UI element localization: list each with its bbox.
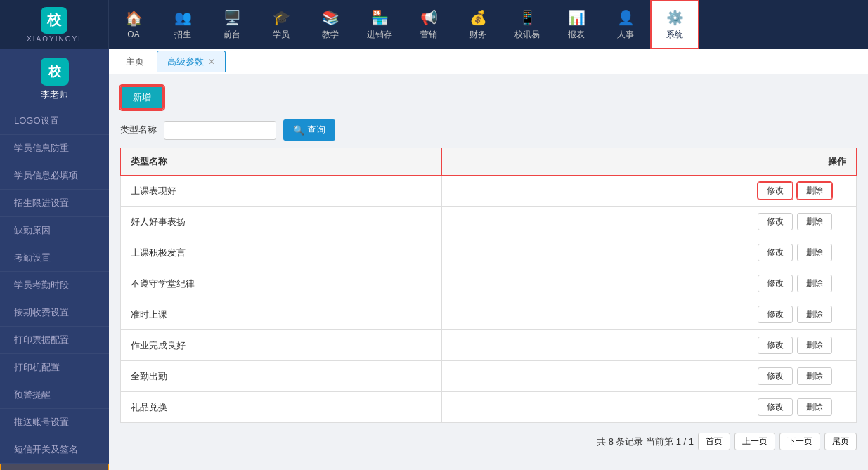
oa-label: OA	[127, 30, 139, 39]
delete-button-0[interactable]: 删除	[797, 182, 832, 200]
table-header-1: 操作	[441, 148, 856, 176]
system-label: 系统	[666, 29, 683, 41]
avatar: 校	[41, 58, 69, 86]
nav-item-finance[interactable]: 💰财务	[453, 0, 503, 49]
edit-button-0[interactable]: 修改	[758, 182, 793, 200]
search-icon: 🔍	[293, 125, 304, 136]
sidebar-item-attendance-set[interactable]: 考勤设置	[0, 244, 109, 272]
nav-item-report[interactable]: 📊报表	[552, 0, 601, 49]
search-button[interactable]: 🔍 查询	[283, 119, 335, 141]
data-table: 类型名称操作上课表现好修改删除好人好事表扬修改删除上课积极发言修改删除不遵守学堂…	[120, 148, 857, 423]
sidebar-menu: LOGO设置学员信息防重学员信息必填项招生限进设置缺勤原因考勤设置学员考勤时段按…	[0, 107, 109, 470]
sidebar-item-print-config[interactable]: 打印票据配置	[0, 327, 109, 354]
search-row: 类型名称 🔍 查询	[120, 119, 857, 141]
cell-actions-6: 修改删除	[441, 361, 856, 392]
nav-item-student[interactable]: 🎓学员	[257, 0, 306, 49]
table-row: 礼品兑换修改删除	[121, 392, 857, 423]
edit-button-5[interactable]: 修改	[758, 337, 793, 354]
tab-home[interactable]: 主页	[116, 51, 154, 72]
cell-type-name-2: 上课积极发言	[121, 237, 442, 268]
cell-type-name-7: 礼品兑换	[121, 392, 442, 423]
edit-button-3[interactable]: 修改	[758, 275, 793, 292]
delete-button-3[interactable]: 删除	[797, 275, 832, 292]
cell-actions-1: 修改删除	[441, 207, 856, 237]
sidebar-item-period-fee[interactable]: 按期收费设置	[0, 299, 109, 327]
nav-item-system[interactable]: ⚙️系统	[650, 0, 699, 49]
sidebar-item-student-attend-time[interactable]: 学员考勤时段	[0, 272, 109, 299]
delete-button-5[interactable]: 删除	[797, 337, 832, 354]
xiaoyu-label: 校讯易	[514, 29, 540, 41]
sidebar-item-student-info-dup[interactable]: 学员信息防重	[0, 135, 109, 162]
search-type-label: 类型名称	[120, 124, 157, 136]
recruit-icon: 👥	[174, 9, 192, 26]
edit-button-4[interactable]: 修改	[758, 306, 793, 323]
sidebar-item-student-info-req[interactable]: 学员信息必填项	[0, 162, 109, 190]
nav-item-recruit[interactable]: 👥招生	[158, 0, 207, 49]
pagination: 共 8 条记录 当前第 1 / 1首页上一页下一页尾页	[120, 433, 857, 450]
oa-icon: 🏠	[125, 10, 143, 27]
delete-button-4[interactable]: 删除	[797, 306, 832, 323]
page-next-button[interactable]: 下一页	[779, 433, 820, 450]
finance-label: 财务	[469, 29, 486, 41]
nav-item-front[interactable]: 🖥️前台	[207, 0, 257, 49]
main-layout: 校 李老师 LOGO设置学员信息防重学员信息必填项招生限进设置缺勤原因考勤设置学…	[0, 49, 868, 470]
delete-button-6[interactable]: 删除	[797, 367, 832, 385]
xiaoyu-icon: 📱	[519, 9, 536, 26]
cell-actions-2: 修改删除	[441, 237, 856, 268]
table-row: 作业完成良好修改删除	[121, 330, 857, 361]
page-prev-button[interactable]: 上一页	[734, 433, 775, 450]
cell-type-name-5: 作业完成良好	[121, 330, 442, 361]
sidebar-item-enroll-limit[interactable]: 招生限进设置	[0, 190, 109, 217]
sidebar-username: 李老师	[41, 89, 68, 101]
toolbar: 新增	[120, 86, 857, 110]
sidebar-item-absence-reason[interactable]: 缺勤原因	[0, 217, 109, 244]
add-button[interactable]: 新增	[120, 86, 164, 110]
search-input[interactable]	[164, 121, 276, 140]
nav-item-oa[interactable]: 🏠OA	[109, 0, 158, 49]
edit-button-7[interactable]: 修改	[758, 398, 793, 416]
edit-button-2[interactable]: 修改	[758, 244, 793, 261]
delete-button-2[interactable]: 删除	[797, 244, 832, 261]
sales-label: 进销存	[367, 29, 392, 41]
student-icon: 🎓	[273, 9, 290, 26]
delete-button-1[interactable]: 删除	[797, 213, 832, 230]
front-icon: 🖥️	[224, 9, 241, 26]
edit-button-1[interactable]: 修改	[758, 213, 793, 230]
market-icon: 📢	[420, 9, 438, 26]
page-first-button[interactable]: 首页	[698, 433, 730, 450]
teach-icon: 📚	[322, 9, 339, 26]
page-content: 新增 类型名称 🔍 查询 类型名称操作上课表现好修改删除好人好事表扬修改删除上课…	[109, 74, 868, 470]
market-label: 营销	[420, 29, 437, 41]
nav-item-market[interactable]: 📢营销	[404, 0, 453, 49]
cell-type-name-0: 上课表现好	[121, 176, 442, 207]
cell-actions-4: 修改删除	[441, 299, 856, 330]
delete-button-7[interactable]: 删除	[797, 398, 832, 416]
nav-item-hr[interactable]: 👤人事	[601, 0, 650, 49]
page-last-button[interactable]: 尾页	[824, 433, 857, 450]
sidebar-item-score-path[interactable]: 积分途径	[0, 464, 109, 470]
top-navigation: 校 XIAOYINGYI 🏠OA👥招生🖥️前台🎓学员📚教学🏪进销存📢营销💰财务📱…	[0, 0, 868, 49]
pagination-summary: 共 8 条记录 当前第 1 / 1	[597, 436, 694, 448]
nav-item-sales[interactable]: 🏪进销存	[355, 0, 404, 49]
tab-close-advanced-params[interactable]: ✕	[208, 57, 215, 67]
report-icon: 📊	[568, 9, 585, 26]
logo-area: 校 XIAOYINGYI	[0, 0, 109, 49]
cell-type-name-4: 准时上课	[121, 299, 442, 330]
nav-item-teach[interactable]: 📚教学	[306, 0, 355, 49]
sidebar-item-printer-config[interactable]: 打印机配置	[0, 354, 109, 381]
logo-text: XIAOYINGYI	[27, 35, 82, 43]
cell-actions-5: 修改删除	[441, 330, 856, 361]
tab-advanced-params[interactable]: 高级参数✕	[157, 51, 226, 72]
sidebar-item-warning[interactable]: 预警提醒	[0, 381, 109, 409]
edit-button-6[interactable]: 修改	[758, 367, 793, 385]
student-label: 学员	[273, 29, 290, 41]
sidebar-item-sms-sign[interactable]: 短信开关及签名	[0, 436, 109, 464]
cell-type-name-6: 全勤出勤	[121, 361, 442, 392]
sales-icon: 🏪	[371, 9, 389, 26]
nav-item-xiaoyu[interactable]: 📱校讯易	[503, 0, 552, 49]
sidebar-item-logo-setting[interactable]: LOGO设置	[0, 107, 109, 135]
content-area: 主页高级参数✕ 新增 类型名称 🔍 查询 类型名称操作上课表现好修改删除好人好事…	[109, 49, 868, 470]
table-row: 不遵守学堂纪律修改删除	[121, 268, 857, 299]
table-row: 准时上课修改删除	[121, 299, 857, 330]
sidebar-item-push-account[interactable]: 推送账号设置	[0, 409, 109, 436]
